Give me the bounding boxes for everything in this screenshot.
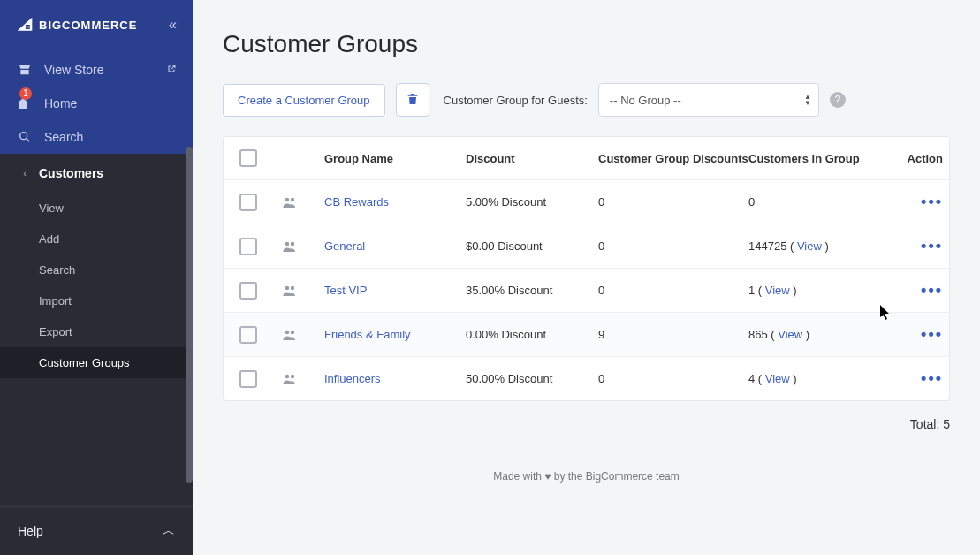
sidebar-subitem-customer-groups[interactable]: Customer Groups [0, 347, 193, 378]
cell-customers: 0 [748, 195, 899, 209]
footer: Made with ♥ by the BigCommerce team [223, 470, 950, 483]
cell-customers: 865 ( View ) [748, 328, 899, 341]
sidebar-scrollbar[interactable] [186, 147, 193, 483]
external-link-icon [166, 64, 177, 77]
row-checkbox[interactable] [239, 326, 257, 344]
table-header: Group Name Discount Customer Group Disco… [224, 137, 949, 180]
home-label: Home [44, 96, 77, 110]
sidebar: BIGCOMMERCE « View Store 1 Home Search [0, 0, 193, 555]
sidebar-help[interactable]: Help ︿ [0, 506, 193, 555]
table-row: Influencers50.00% Discount04 ( View )••• [224, 357, 949, 400]
table-row: Friends & Family0.00% Discount9865 ( Vie… [224, 313, 949, 357]
sidebar-subitem-view[interactable]: View [0, 193, 193, 224]
total-row: Total: 5 [223, 417, 950, 431]
page-title: Customer Groups [223, 30, 950, 58]
guest-group-value: -- No Group -- [610, 94, 681, 107]
group-name-link[interactable]: Friends & Family [324, 328, 411, 341]
th-cg-discounts: Customer Group Discounts [598, 152, 748, 165]
home-badge: 1 [19, 87, 32, 100]
row-checkbox[interactable] [239, 370, 257, 388]
sidebar-nav: ‹ Customers View Add Search Import Expor… [0, 154, 193, 555]
section-label: Customers [39, 166, 103, 180]
chevron-left-icon: ‹ [16, 168, 34, 179]
trash-icon [406, 92, 420, 109]
th-discount: Discount [466, 152, 598, 165]
sidebar-subitem-export[interactable]: Export [0, 316, 193, 347]
view-customers-link[interactable]: View [765, 284, 790, 297]
collapse-sidebar-icon[interactable]: « [169, 17, 177, 33]
help-label: Help [18, 524, 43, 538]
brand-logo[interactable]: BIGCOMMERCE [16, 16, 137, 34]
view-customers-link[interactable]: View [797, 239, 822, 253]
svg-point-0 [20, 133, 27, 140]
footer-suffix: by the BigCommerce team [551, 470, 679, 483]
view-store-label: View Store [44, 63, 103, 77]
row-actions-menu[interactable]: ••• [899, 193, 952, 211]
sidebar-item-view-store[interactable]: View Store [0, 53, 193, 87]
cell-cg-discounts: 0 [598, 284, 748, 297]
table-row: General$0.00 Discount0144725 ( View )••• [224, 224, 949, 269]
main-content: Customer Groups Create a Customer Group … [193, 0, 980, 555]
row-actions-menu[interactable]: ••• [899, 369, 952, 388]
sidebar-subitem-search[interactable]: Search [0, 255, 193, 285]
home-icon: 1 [16, 96, 34, 110]
row-checkbox[interactable] [239, 238, 257, 255]
group-name-link[interactable]: Influencers [324, 372, 381, 385]
people-icon [282, 194, 324, 210]
customer-groups-table: Group Name Discount Customer Group Disco… [223, 136, 950, 401]
people-icon [282, 371, 324, 387]
sidebar-item-search[interactable]: Search [0, 120, 193, 154]
search-label: Search [44, 130, 83, 144]
view-customers-link[interactable]: View [765, 372, 790, 385]
brand-name: BIGCOMMERCE [39, 19, 137, 32]
cell-cg-discounts: 0 [598, 372, 748, 385]
search-icon [16, 130, 34, 144]
cell-discount: 50.00% Discount [466, 372, 598, 385]
people-icon [282, 283, 324, 299]
logo-row: BIGCOMMERCE « [0, 0, 193, 53]
cell-customers: 144725 ( View ) [748, 239, 899, 253]
toolbar: Create a Customer Group Customer Group f… [223, 83, 950, 117]
cell-customers: 4 ( View ) [748, 372, 899, 385]
cell-cg-discounts: 9 [598, 328, 748, 341]
people-icon [282, 327, 324, 343]
table-row: Test VIP35.00% Discount01 ( View )••• [224, 269, 949, 313]
cell-cg-discounts: 0 [598, 195, 748, 209]
row-checkbox[interactable] [239, 194, 257, 211]
cell-customers: 1 ( View ) [748, 284, 899, 297]
sidebar-subitem-add[interactable]: Add [0, 224, 193, 255]
group-name-link[interactable]: General [324, 239, 365, 253]
cell-discount: 0.00% Discount [466, 328, 598, 341]
guest-group-label: Customer Group for Guests: [444, 94, 588, 107]
people-icon [282, 239, 324, 255]
sidebar-section-customers[interactable]: ‹ Customers [0, 154, 193, 193]
th-customers: Customers in Group [748, 152, 899, 165]
cell-discount: 35.00% Discount [466, 284, 598, 297]
sidebar-subitem-import[interactable]: Import [0, 285, 193, 316]
sidebar-top: BIGCOMMERCE « View Store 1 Home Search [0, 0, 193, 154]
th-group-name: Group Name [324, 152, 466, 165]
cell-discount: $0.00 Discount [466, 239, 598, 253]
cell-cg-discounts: 0 [598, 239, 748, 253]
row-actions-menu[interactable]: ••• [899, 237, 952, 255]
chevron-up-icon: ︿ [163, 523, 175, 539]
cell-discount: 5.00% Discount [466, 195, 598, 209]
row-actions-menu[interactable]: ••• [899, 281, 952, 300]
row-checkbox[interactable] [239, 282, 257, 300]
total-label: Total [910, 417, 937, 431]
total-value: 5 [943, 417, 950, 431]
table-row: CB Rewards5.00% Discount00••• [224, 180, 949, 224]
logo-mark-icon [16, 16, 34, 34]
th-action: Action [899, 152, 952, 165]
group-name-link[interactable]: CB Rewards [324, 195, 389, 209]
delete-button[interactable] [396, 83, 429, 117]
footer-prefix: Made with [493, 470, 544, 483]
select-all-checkbox[interactable] [239, 149, 257, 167]
view-customers-link[interactable]: View [778, 328, 802, 341]
help-icon[interactable]: ? [830, 92, 846, 108]
group-name-link[interactable]: Test VIP [324, 284, 367, 297]
row-actions-menu[interactable]: ••• [899, 325, 952, 344]
sidebar-item-home[interactable]: 1 Home [0, 87, 193, 120]
guest-group-select[interactable]: -- No Group -- ▲▼ [598, 83, 819, 117]
create-group-button[interactable]: Create a Customer Group [223, 84, 385, 117]
